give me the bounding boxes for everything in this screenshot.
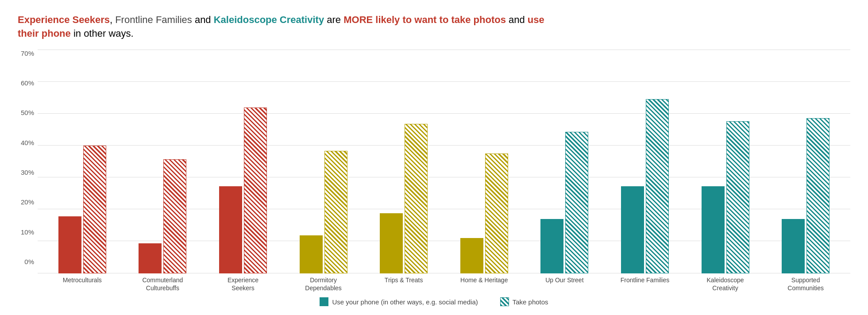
bar-commuterland-photos <box>163 159 186 273</box>
chart-title: Experience Seekers, Frontline Families a… <box>18 13 814 41</box>
title-kaleidoscope: Kaleidoscope Creativity <box>214 14 324 25</box>
x-label-trips: Trips & Treats <box>377 276 430 292</box>
legend-label-photos: Take photos <box>513 298 548 306</box>
title-text3: are <box>324 14 343 25</box>
bar-trips-phone <box>380 213 403 273</box>
group-up-our-street <box>540 132 588 273</box>
title-frontline: Frontline Families <box>115 14 192 25</box>
bar-dormitory-phone <box>300 235 323 273</box>
legend-swatch-photos <box>500 297 509 306</box>
x-label-supported: Supported Communities <box>779 276 832 292</box>
group-frontline <box>621 99 669 273</box>
group-trips <box>380 124 428 273</box>
bar-trips-photos <box>405 124 428 273</box>
bar-home-phone <box>460 238 483 273</box>
chart-inner: Metroculturals Commuterland Culturebuffs… <box>38 50 850 292</box>
y-label-10: 10% <box>18 228 38 236</box>
grid-and-bars <box>38 50 850 273</box>
title-text4: and <box>506 14 528 25</box>
y-label-50: 50% <box>18 109 38 116</box>
chart-container: Experience Seekers, Frontline Families a… <box>0 0 868 315</box>
bar-frontline-phone <box>621 186 644 273</box>
y-label-40: 40% <box>18 139 38 146</box>
title-text1: , <box>110 14 115 25</box>
bar-metroculturals-photos <box>83 146 106 273</box>
y-label-0: 0% <box>18 258 38 265</box>
y-label-70: 70% <box>18 50 38 57</box>
bar-experience-photos <box>244 108 267 273</box>
chart-area: 0% 10% 20% 30% 40% 50% 60% 70% <box>18 50 850 306</box>
legend-item-phone: Use your phone (in other ways, e.g. soci… <box>320 297 478 306</box>
y-label-20: 20% <box>18 198 38 206</box>
x-labels: Metroculturals Commuterland Culturebuffs… <box>38 276 850 292</box>
group-home-heritage <box>460 154 508 273</box>
x-label-experience: Experience Seekers <box>216 276 270 292</box>
legend-swatch-phone <box>320 297 328 306</box>
bar-uos-phone <box>540 219 563 273</box>
x-label-metroculturals: Metroculturals <box>56 276 109 292</box>
bar-supported-photos <box>806 118 829 273</box>
bar-supported-phone <box>782 219 805 273</box>
group-metroculturals <box>58 146 106 273</box>
title-experience-seekers: Experience Seekers <box>18 14 110 25</box>
title-more-likely: MORE likely to want to take photos <box>343 14 506 25</box>
bar-experience-phone <box>219 186 242 273</box>
group-commuterland <box>139 159 186 273</box>
y-label-30: 30% <box>18 169 38 176</box>
chart-wrapper: 0% 10% 20% 30% 40% 50% 60% 70% <box>18 50 850 292</box>
y-label-60: 60% <box>18 79 38 87</box>
bar-kc-photos <box>726 121 749 273</box>
bars-container <box>38 50 850 273</box>
bar-metroculturals-phone <box>58 216 81 273</box>
x-label-kaleidoscope: Kaleidoscope Creativity <box>699 276 752 292</box>
legend: Use your phone (in other ways, e.g. soci… <box>18 297 850 306</box>
legend-label-phone: Use your phone (in other ways, e.g. soci… <box>332 298 478 306</box>
title-text5: in other ways. <box>71 28 134 39</box>
group-experience-seekers <box>219 108 267 273</box>
y-axis: 0% 10% 20% 30% 40% 50% 60% 70% <box>18 50 38 292</box>
legend-item-photos: Take photos <box>500 297 548 306</box>
bar-kc-phone <box>702 186 725 273</box>
bar-commuterland-phone <box>139 243 162 273</box>
bar-frontline-photos <box>646 99 669 273</box>
x-label-uos: Up Our Street <box>538 276 591 292</box>
group-kaleidoscope <box>702 121 749 273</box>
group-dormitory <box>300 151 347 273</box>
title-text2: and <box>192 14 214 25</box>
x-label-dormitory: Dormitory Dependables <box>297 276 350 292</box>
group-supported <box>782 118 829 273</box>
x-label-commuterland: Commuterland Culturebuffs <box>136 276 189 292</box>
x-label-home: Home & Heritage <box>458 276 511 292</box>
bar-uos-photos <box>565 132 588 273</box>
x-label-frontline: Frontline Families <box>618 276 671 292</box>
bar-dormitory-photos <box>324 151 347 273</box>
bar-home-photos <box>485 154 508 273</box>
